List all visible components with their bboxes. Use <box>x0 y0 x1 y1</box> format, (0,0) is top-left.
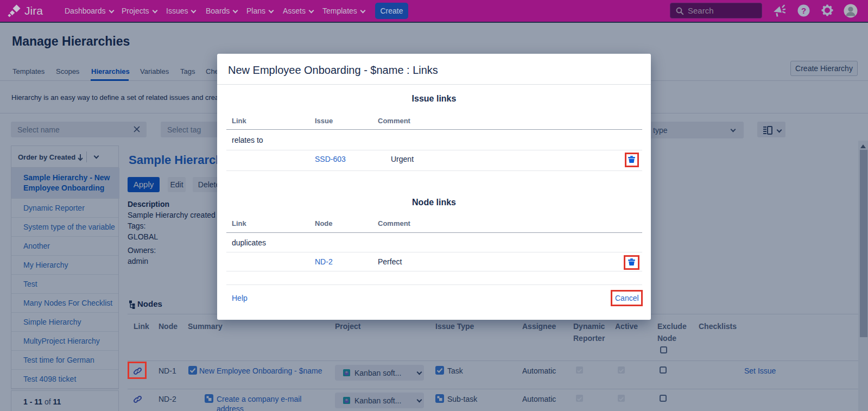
svg-text:?: ? <box>801 6 806 15</box>
